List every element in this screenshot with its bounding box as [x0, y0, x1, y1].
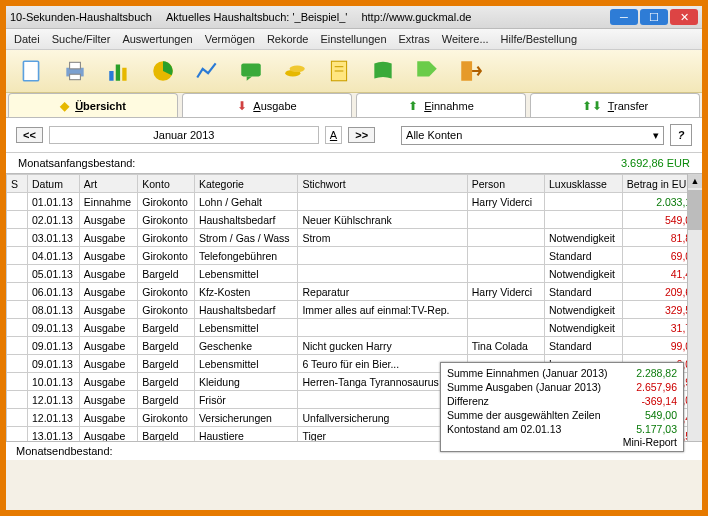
- svg-rect-4: [109, 71, 113, 81]
- svg-rect-8: [241, 63, 261, 76]
- scroll-up-icon[interactable]: ▲: [688, 174, 702, 188]
- table-row[interactable]: 05.01.13AusgabeBargeldLebensmittelNotwen…: [7, 265, 702, 283]
- table-row[interactable]: 02.01.13AusgabeGirokontoHaushaltsbedarfN…: [7, 211, 702, 229]
- tag-icon[interactable]: [412, 56, 442, 86]
- col-4[interactable]: Kategorie: [194, 175, 298, 193]
- menu-hilfe[interactable]: Hilfe/Bestellung: [501, 33, 577, 45]
- app-url: http://www.guckmal.de: [361, 11, 471, 23]
- prev-month-button[interactable]: <<: [16, 127, 43, 143]
- current-file: Aktuelles Haushaltsbuch: '_Beispiel_': [166, 11, 348, 23]
- account-select[interactable]: Alle Konten▾: [401, 126, 664, 145]
- menubar: Datei Suche/Filter Auswertungen Vermögen…: [6, 29, 702, 50]
- menu-weitere[interactable]: Weitere...: [442, 33, 489, 45]
- table-row[interactable]: 04.01.13AusgabeGirokontoTelefongebührenS…: [7, 247, 702, 265]
- table-row[interactable]: 03.01.13AusgabeGirokontoStrom / Gas / Wa…: [7, 229, 702, 247]
- toolbar: [6, 50, 702, 93]
- titlebar: 10-Sekunden-Haushaltsbuch Aktuelles Haus…: [6, 6, 702, 29]
- scroll-thumb[interactable]: [688, 190, 702, 230]
- view-tabs: ◆Übersicht ⬇Ausgabe ⬆Einnahme ⬆⬇Transfer: [6, 93, 702, 118]
- chat-icon[interactable]: [236, 56, 266, 86]
- app-title: 10-Sekunden-Haushaltsbuch: [10, 11, 152, 23]
- tab-einnahme[interactable]: ⬆Einnahme: [356, 93, 526, 117]
- coins-icon[interactable]: [280, 56, 310, 86]
- month-display[interactable]: Januar 2013: [49, 126, 319, 144]
- col-6[interactable]: Person: [467, 175, 544, 193]
- chevron-down-icon: ▾: [653, 129, 659, 142]
- exit-icon[interactable]: [456, 56, 486, 86]
- start-balance-row: Monatsanfangsbestand: 3.692,86 EUR: [6, 153, 702, 174]
- svg-rect-5: [116, 65, 120, 81]
- menu-datei[interactable]: Datei: [14, 33, 40, 45]
- table-row[interactable]: 09.01.13AusgabeBargeldLebensmittelNotwen…: [7, 319, 702, 337]
- overview-icon: ◆: [60, 99, 69, 113]
- note-icon[interactable]: [324, 56, 354, 86]
- col-7[interactable]: Luxusklasse: [544, 175, 622, 193]
- svg-rect-2: [70, 62, 81, 69]
- print-icon[interactable]: [60, 56, 90, 86]
- vertical-scrollbar[interactable]: ▲ ▼: [687, 174, 702, 460]
- start-balance-value: 3.692,86 EUR: [621, 157, 690, 169]
- mini-report: Summe Einnahmen (Januar 2013)2.288,82Sum…: [440, 362, 684, 452]
- bar-chart-icon[interactable]: [104, 56, 134, 86]
- svg-rect-14: [461, 61, 472, 81]
- book-icon[interactable]: [368, 56, 398, 86]
- next-month-button[interactable]: >>: [348, 127, 375, 143]
- menu-extras[interactable]: Extras: [399, 33, 430, 45]
- menu-auswertungen[interactable]: Auswertungen: [122, 33, 192, 45]
- nav-row: << Januar 2013 A >> Alle Konten▾ ?: [6, 118, 702, 153]
- table-row[interactable]: 06.01.13AusgabeGirokontoKfz-KostenRepara…: [7, 283, 702, 301]
- mini-report-line: Summe der ausgewählten Zeilen549,00: [447, 408, 677, 422]
- col-3[interactable]: Konto: [138, 175, 195, 193]
- mini-report-title: Mini-Report: [447, 436, 677, 448]
- svg-rect-0: [23, 61, 38, 81]
- transactions-grid: SDatumArtKontoKategorieStichwortPersonLu…: [6, 174, 702, 460]
- help-button[interactable]: ?: [670, 124, 692, 146]
- maximize-button[interactable]: ☐: [640, 9, 668, 25]
- svg-rect-6: [122, 68, 126, 81]
- menu-rekorde[interactable]: Rekorde: [267, 33, 309, 45]
- new-file-icon[interactable]: [16, 56, 46, 86]
- line-chart-icon[interactable]: [192, 56, 222, 86]
- close-button[interactable]: ✕: [670, 9, 698, 25]
- transfer-icon: ⬆⬇: [582, 99, 602, 113]
- menu-suche[interactable]: Suche/Filter: [52, 33, 111, 45]
- tab-ausgabe[interactable]: ⬇Ausgabe: [182, 93, 352, 117]
- end-balance-label: Monatsendbestand:: [16, 445, 113, 457]
- mini-report-line: Summe Ausgaben (Januar 2013)2.657,96: [447, 380, 677, 394]
- mini-report-line: Summe Einnahmen (Januar 2013)2.288,82: [447, 366, 677, 380]
- month-access-key[interactable]: A: [325, 126, 342, 144]
- table-row[interactable]: 01.01.13EinnahmeGirokontoLohn / GehaltHa…: [7, 193, 702, 211]
- pie-chart-icon[interactable]: [148, 56, 178, 86]
- mini-report-line: Differenz-369,14: [447, 394, 677, 408]
- tab-uebersicht[interactable]: ◆Übersicht: [8, 93, 178, 117]
- minimize-button[interactable]: ─: [610, 9, 638, 25]
- expense-icon: ⬇: [237, 99, 247, 113]
- start-balance-label: Monatsanfangsbestand:: [18, 157, 135, 169]
- menu-einstellungen[interactable]: Einstellungen: [320, 33, 386, 45]
- income-icon: ⬆: [408, 99, 418, 113]
- menu-vermoegen[interactable]: Vermögen: [205, 33, 255, 45]
- table-row[interactable]: 08.01.13AusgabeGirokontoHaushaltsbedarfI…: [7, 301, 702, 319]
- col-2[interactable]: Art: [79, 175, 137, 193]
- col-5[interactable]: Stichwort: [298, 175, 467, 193]
- tab-transfer[interactable]: ⬆⬇Transfer: [530, 93, 700, 117]
- col-1[interactable]: Datum: [28, 175, 80, 193]
- mini-report-line: Kontostand am 02.01.135.177,03: [447, 422, 677, 436]
- col-0[interactable]: S: [7, 175, 28, 193]
- svg-rect-3: [70, 74, 81, 79]
- table-row[interactable]: 09.01.13AusgabeBargeldGeschenkeNicht guc…: [7, 337, 702, 355]
- svg-point-10: [290, 66, 305, 73]
